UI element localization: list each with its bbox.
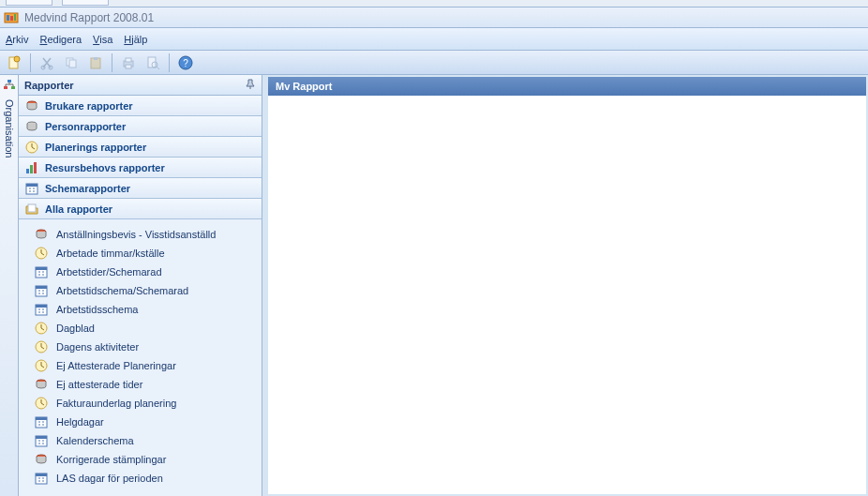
svg-rect-14	[126, 65, 131, 68]
report-label: Dagblad	[56, 323, 95, 334]
svg-rect-1	[7, 15, 9, 21]
report-item[interactable]: Dagens aktiviteter	[19, 338, 262, 356]
report-item[interactable]: LAS dagar för perioden	[19, 469, 262, 488]
new-doc-button[interactable]	[4, 53, 24, 73]
org-tab-label: Organisation	[4, 99, 15, 158]
sidebar-title: Rapporter	[24, 80, 74, 91]
report-label: Ej attesterade tider	[56, 379, 142, 390]
copy-button[interactable]	[61, 53, 82, 73]
sidebar-category[interactable]: Personrapporter	[19, 116, 262, 137]
org-side-tab[interactable]: Organisation	[0, 75, 19, 496]
svg-rect-20	[4, 86, 7, 89]
sidebar-category[interactable]: Brukare rapporter	[19, 96, 262, 116]
menu-hjalp[interactable]: Hjälp	[124, 34, 147, 45]
svg-rect-45	[36, 417, 47, 420]
report-item[interactable]: Kalenderschema	[19, 431, 262, 450]
preview-button[interactable]	[142, 53, 163, 73]
report-label: Fakturaunderlag planering	[56, 398, 176, 409]
window-titlebar: Medvind Rapport 2008.01	[0, 8, 868, 28]
svg-rect-47	[36, 436, 47, 439]
report-list: Anställningsbevis - VisstidsanställdArbe…	[19, 219, 262, 496]
toolbar-separator	[30, 53, 31, 72]
category-label: Planerings rapporter	[45, 142, 146, 153]
toolbar: ?	[0, 51, 868, 75]
report-item[interactable]: Arbetstider/Schemarad	[19, 263, 262, 281]
toolbar-separator	[169, 53, 170, 72]
category-label: Personrapporter	[45, 121, 126, 132]
svg-rect-30	[28, 204, 36, 212]
category-label: Brukare rapporter	[45, 100, 133, 112]
report-label: Ej Attesterade Planeringar	[56, 360, 176, 371]
svg-rect-29	[26, 184, 37, 187]
svg-point-5	[14, 56, 20, 62]
report-label: Anställningsbevis - Visstidsanställd	[56, 229, 216, 240]
report-item[interactable]: Helgdagar	[19, 413, 262, 431]
svg-rect-11	[94, 57, 97, 60]
cut-button[interactable]	[37, 53, 57, 73]
svg-rect-50	[36, 473, 47, 476]
report-item[interactable]: Ej Attesterade Planeringar	[19, 356, 262, 375]
svg-rect-25	[26, 169, 29, 173]
menu-redigera[interactable]: Redigera	[39, 34, 82, 45]
svg-rect-9	[69, 60, 76, 68]
content-header: Mv Rapport	[268, 77, 866, 96]
svg-rect-36	[36, 286, 47, 289]
ghost-tab	[62, 0, 109, 6]
sidebar: Rapporter Brukare rapporterPersonrapport…	[19, 75, 262, 496]
svg-rect-3	[14, 14, 16, 21]
svg-text:?: ?	[183, 58, 188, 68]
report-label: Arbetstider/Schemarad	[56, 266, 162, 278]
sidebar-category[interactable]: Alla rapporter	[19, 199, 262, 219]
svg-rect-13	[126, 58, 131, 62]
report-item[interactable]: Ej attesterade tider	[19, 375, 262, 394]
svg-rect-34	[36, 267, 47, 270]
sidebar-category[interactable]: Schemarapporter	[19, 178, 262, 199]
category-label: Alla rapporter	[45, 203, 112, 215]
legacy-tab-strip	[0, 0, 868, 8]
app-icon	[4, 10, 19, 25]
svg-rect-27	[34, 162, 37, 173]
print-button[interactable]	[118, 53, 139, 73]
content-body	[268, 96, 866, 494]
svg-rect-38	[36, 305, 47, 308]
sidebar-category[interactable]: Resursbehovs rapporter	[19, 158, 262, 178]
org-icon	[2, 79, 17, 94]
svg-rect-21	[11, 86, 15, 89]
help-button[interactable]: ?	[175, 53, 196, 73]
menubar: Arkiv Redigera Visa Hjälp	[0, 28, 868, 51]
svg-rect-26	[30, 165, 33, 173]
report-label: Arbetstidschema/Schemarad	[56, 285, 188, 296]
report-label: Korrigerade stämplingar	[56, 454, 166, 465]
report-label: LAS dagar för perioden	[56, 473, 163, 484]
report-label: Helgdagar	[56, 416, 104, 428]
toolbar-separator	[112, 53, 112, 72]
sidebar-category[interactable]: Planerings rapporter	[19, 137, 262, 158]
svg-rect-19	[7, 80, 11, 83]
report-item[interactable]: Arbetade timmar/kställe	[19, 244, 262, 263]
report-item[interactable]: Dagblad	[19, 319, 262, 338]
svg-rect-2	[10, 16, 13, 21]
paste-button[interactable]	[85, 53, 106, 73]
report-item[interactable]: Arbetstidsschema	[19, 300, 262, 319]
ghost-tab	[6, 0, 52, 6]
report-item[interactable]: Arbetstidschema/Schemarad	[19, 281, 262, 300]
menu-arkiv[interactable]: Arkiv	[6, 34, 28, 45]
pin-icon[interactable]	[245, 79, 256, 92]
report-label: Kalenderschema	[56, 435, 134, 446]
report-label: Arbetade timmar/kställe	[56, 248, 165, 259]
report-item[interactable]: Korrigerade stämplingar	[19, 450, 262, 469]
category-label: Schemarapporter	[45, 183, 130, 194]
report-label: Arbetstidsschema	[56, 304, 138, 315]
sidebar-header: Rapporter	[19, 75, 262, 96]
report-item[interactable]: Anställningsbevis - Visstidsanställd	[19, 225, 262, 244]
report-item[interactable]: Fakturaunderlag planering	[19, 394, 262, 413]
content-title: Mv Rapport	[276, 81, 333, 92]
window-title: Medvind Rapport 2008.01	[24, 11, 154, 24]
content-panel: Mv Rapport	[268, 77, 866, 494]
category-label: Resursbehovs rapporter	[45, 162, 165, 173]
report-label: Dagens aktiviteter	[56, 341, 139, 353]
menu-visa[interactable]: Visa	[93, 34, 112, 45]
